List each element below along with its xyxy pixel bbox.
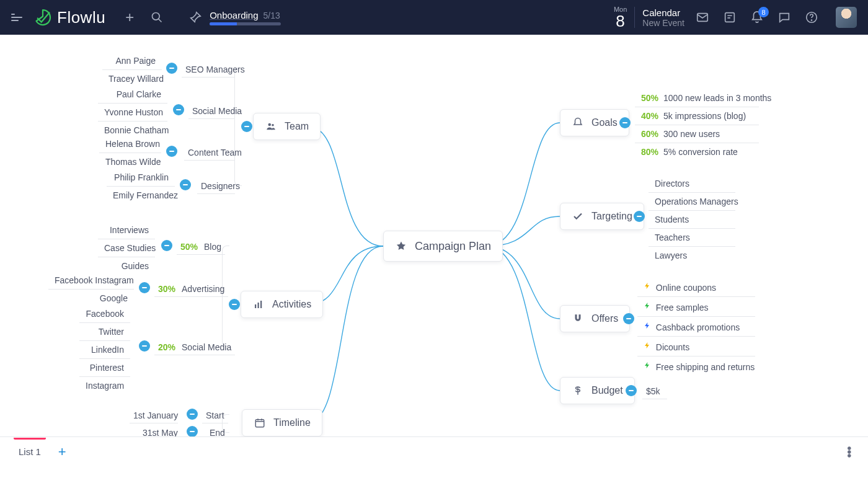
collapse-toggle[interactable] (173, 104, 184, 115)
search-icon[interactable] (150, 11, 164, 24)
leaf-item[interactable]: 80%5% conversion rate (635, 143, 759, 161)
leaf-item[interactable]: Directors (649, 175, 735, 193)
leaf-item[interactable]: Facebook (79, 305, 130, 323)
collapse-toggle[interactable] (634, 211, 645, 222)
collapse-toggle[interactable] (626, 385, 637, 396)
leaf-group: 50%1000 new leads in 3 months 40%5k impr… (635, 89, 759, 161)
chat-icon[interactable] (777, 11, 791, 24)
chart-icon (252, 298, 265, 311)
leaf-item[interactable]: Free samples (637, 297, 755, 317)
svg-line-1 (159, 19, 162, 22)
leaf-item[interactable]: Students (649, 211, 735, 229)
dollar-icon (572, 384, 584, 397)
leaf-item[interactable]: Tracey Willard (102, 70, 162, 87)
leaf-item[interactable]: Google (48, 290, 134, 307)
subnode-seo-managers[interactable]: SEO Managers (182, 62, 235, 78)
leaf-item[interactable]: Paul Clarke (98, 86, 167, 104)
leaf-item[interactable]: Philip Franklin (107, 169, 175, 187)
collapse-toggle[interactable] (241, 121, 252, 132)
tab-list1[interactable]: List 1 (14, 446, 46, 457)
svg-rect-8 (255, 304, 256, 308)
top-bar: Flowlu + Onboarding5/13 Mon 8 Calendar N… (0, 0, 868, 35)
leaf-item[interactable]: Helena Brown (99, 135, 161, 153)
subnode-social-media-act[interactable]: 20%Social Media (154, 340, 235, 355)
add-icon[interactable]: + (123, 11, 136, 24)
leaf-item[interactable]: Yvonne Huston (98, 104, 167, 122)
leaf-item[interactable]: Online coupons (637, 277, 755, 297)
date-widget[interactable]: Mon 8 Calendar New Event (614, 6, 684, 29)
collapse-toggle[interactable] (187, 409, 198, 420)
collapse-toggle[interactable] (166, 146, 177, 157)
leaf-item[interactable]: LinkedIn (79, 341, 130, 359)
collapse-toggle[interactable] (619, 117, 631, 128)
node-team[interactable]: Team (253, 113, 321, 140)
node-offers[interactable]: Offers (560, 305, 630, 332)
leaf-item[interactable]: 50%1000 new leads in 3 months (635, 89, 759, 107)
collapse-toggle[interactable] (139, 282, 150, 293)
collapse-toggle[interactable] (161, 240, 172, 251)
leaf-item[interactable]: Pinterest (79, 359, 130, 377)
leaf-item[interactable]: Interviews (98, 221, 155, 239)
svg-point-0 (153, 13, 160, 20)
leaf-item[interactable]: Instagram (79, 377, 130, 394)
node-label: Timeline (273, 417, 311, 428)
leaf-item[interactable]: Cashback promotions (637, 317, 755, 337)
add-tab-button[interactable]: + (58, 444, 66, 460)
menu-icon[interactable] (11, 14, 22, 21)
collapse-toggle[interactable] (180, 179, 191, 190)
node-label: Activities (272, 299, 311, 310)
notification-badge: 8 (758, 7, 769, 17)
leaf-item[interactable]: $5k (642, 384, 667, 399)
mail-icon[interactable] (696, 11, 709, 24)
leaf-group: Ann Paige Tracey Willard (102, 52, 162, 87)
app-logo[interactable]: Flowlu (33, 8, 105, 27)
leaf-item[interactable]: 40%5k impressions (blog) (635, 107, 759, 125)
node-label: Goals (591, 117, 618, 128)
note-icon[interactable] (723, 11, 737, 24)
leaf-group: Helena Brown Thomas Wilde (99, 135, 161, 170)
collapse-toggle[interactable] (623, 313, 634, 324)
node-campaign-plan[interactable]: Campaign Plan (383, 231, 503, 262)
collapse-toggle[interactable] (187, 426, 198, 437)
leaf-item[interactable]: 60%300 new users (635, 125, 759, 143)
svg-rect-9 (258, 303, 259, 308)
subnode-advertising[interactable]: 30%Advertising (154, 281, 228, 297)
leaf-item[interactable]: Emily Fernandez (107, 187, 175, 204)
pin-icon[interactable] (188, 11, 202, 24)
leaf-item[interactable]: Twitter (79, 323, 130, 341)
node-budget[interactable]: Budget (560, 377, 635, 404)
subnode-social-media[interactable]: Social Media (188, 104, 235, 119)
leaf-item[interactable]: Lawyers (649, 247, 735, 264)
leaf-item[interactable]: Ann Paige (102, 52, 162, 70)
leaf-item[interactable]: Thomas Wilde (99, 153, 161, 170)
help-icon[interactable] (805, 11, 818, 24)
node-targeting[interactable]: Targeting (560, 203, 644, 230)
node-label: Targeting (591, 211, 632, 222)
calendar-sub: New Event (642, 18, 684, 28)
users-icon (265, 120, 277, 133)
svg-rect-3 (725, 13, 735, 22)
mindmap-canvas[interactable]: Campaign Plan Team SEO Managers Ann Paig… (0, 35, 868, 466)
collapse-toggle[interactable] (139, 340, 150, 352)
leaf-group: Online coupons Free samples Cashback pro… (637, 277, 755, 376)
node-activities[interactable]: Activities (241, 291, 323, 318)
subnode-start[interactable]: Start (202, 408, 228, 423)
leaf-item[interactable]: Facebook Instagram (48, 272, 134, 290)
more-icon[interactable]: ••• (841, 446, 856, 457)
leaf-item[interactable]: Case Studies (98, 239, 155, 257)
subnode-designers[interactable]: Designers (197, 179, 235, 194)
collapse-toggle[interactable] (229, 299, 240, 310)
leaf-item[interactable]: 1st January (130, 408, 178, 423)
node-timeline[interactable]: Timeline (242, 409, 322, 436)
svg-point-7 (272, 124, 274, 126)
user-avatar[interactable] (836, 7, 857, 28)
subnode-content-team[interactable]: Content Team (184, 145, 235, 161)
onboarding-widget[interactable]: Onboarding5/13 (210, 10, 281, 25)
leaf-item[interactable]: Operations Managers (649, 193, 735, 211)
subnode-blog[interactable]: 50%Blog (177, 239, 225, 255)
leaf-item[interactable]: Free shipping and returns (637, 356, 755, 376)
collapse-toggle[interactable] (166, 63, 177, 74)
leaf-item[interactable]: Teachers (649, 229, 735, 247)
notifications-icon[interactable]: 8 (750, 11, 764, 24)
leaf-item[interactable]: Dicounts (637, 337, 755, 356)
